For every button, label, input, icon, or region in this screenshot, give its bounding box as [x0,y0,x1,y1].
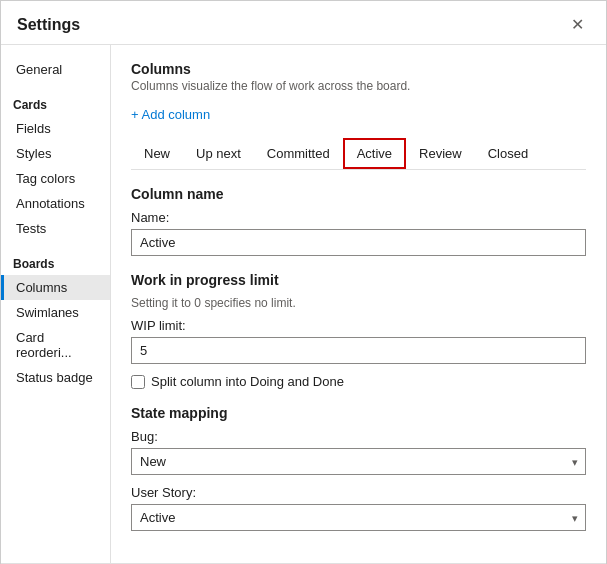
wip-label: WIP limit: [131,318,586,333]
sidebar-item-tests[interactable]: Tests [1,216,110,241]
split-column-label: Split column into Doing and Done [151,374,344,389]
columns-section-desc: Columns visualize the flow of work acros… [131,79,586,93]
column-name-section: Column name Name: [131,186,586,256]
tab-review[interactable]: Review [406,139,475,168]
bug-label: Bug: [131,429,586,444]
user-story-field-group: User Story: New Active Resolved Closed ▾ [131,485,586,531]
name-input[interactable] [131,229,586,256]
user-story-select[interactable]: New Active Resolved Closed [131,504,586,531]
tab-active[interactable]: Active [343,138,406,169]
column-tabs: New Up next Committed Active Review Clos… [131,138,586,170]
tab-up-next[interactable]: Up next [183,139,254,168]
dialog-body: General Cards Fields Styles Tag colors A… [1,45,606,563]
state-mapping-section: State mapping Bug: New Active Resolved C… [131,405,586,531]
name-label: Name: [131,210,586,225]
wip-desc: Setting it to 0 specifies no limit. [131,296,586,310]
sidebar-item-tag-colors[interactable]: Tag colors [1,166,110,191]
dialog-title: Settings [17,16,80,34]
tab-committed[interactable]: Committed [254,139,343,168]
tab-closed[interactable]: Closed [475,139,541,168]
sidebar-item-annotations[interactable]: Annotations [1,191,110,216]
sidebar-section-cards: Cards [1,90,110,116]
wip-input[interactable] [131,337,586,364]
wip-field-group: WIP limit: [131,318,586,364]
wip-section: Work in progress limit Setting it to 0 s… [131,272,586,389]
sidebar-item-swimlanes[interactable]: Swimlanes [1,300,110,325]
sidebar: General Cards Fields Styles Tag colors A… [1,45,111,563]
sidebar-item-status-badge[interactable]: Status badge [1,365,110,390]
dialog-header: Settings ✕ [1,1,606,45]
bug-select[interactable]: New Active Resolved Closed [131,448,586,475]
columns-section-title: Columns [131,61,586,77]
user-story-label: User Story: [131,485,586,500]
sidebar-section-boards: Boards [1,249,110,275]
sidebar-item-general[interactable]: General [1,57,110,82]
user-story-select-wrapper: New Active Resolved Closed ▾ [131,504,586,531]
name-field-group: Name: [131,210,586,256]
sidebar-item-card-reorder[interactable]: Card reorderi... [1,325,110,365]
bug-field-group: Bug: New Active Resolved Closed ▾ [131,429,586,475]
split-column-checkbox[interactable] [131,375,145,389]
add-column-button[interactable]: + Add column [131,105,210,124]
tab-new[interactable]: New [131,139,183,168]
split-column-row: Split column into Doing and Done [131,374,586,389]
wip-heading: Work in progress limit [131,272,586,288]
close-button[interactable]: ✕ [565,13,590,36]
sidebar-item-fields[interactable]: Fields [1,116,110,141]
column-name-heading: Column name [131,186,586,202]
state-mapping-heading: State mapping [131,405,586,421]
sidebar-item-styles[interactable]: Styles [1,141,110,166]
sidebar-item-columns[interactable]: Columns [1,275,110,300]
settings-dialog: Settings ✕ General Cards Fields Styles T… [0,0,607,564]
bug-select-wrapper: New Active Resolved Closed ▾ [131,448,586,475]
main-content: Columns Columns visualize the flow of wo… [111,45,606,563]
